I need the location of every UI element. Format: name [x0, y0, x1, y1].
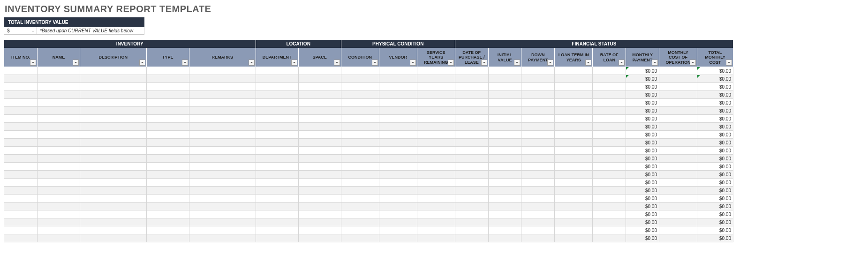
cell[interactable]: [189, 115, 256, 123]
cell[interactable]: [256, 155, 298, 163]
cell[interactable]: [189, 139, 256, 147]
cell[interactable]: [555, 99, 593, 107]
cell[interactable]: [298, 226, 341, 234]
cell[interactable]: [521, 147, 555, 155]
filter-dropdown-date[interactable]: [481, 60, 487, 66]
cell[interactable]: [37, 171, 80, 179]
cell[interactable]: [417, 131, 455, 139]
cell[interactable]: [593, 99, 626, 107]
cell[interactable]: $0.00: [626, 202, 659, 210]
filter-dropdown-mpay[interactable]: [652, 60, 658, 66]
cell[interactable]: $0.00: [626, 179, 659, 187]
cell[interactable]: $0.00: [697, 202, 733, 210]
cell[interactable]: [256, 115, 298, 123]
cell[interactable]: [189, 83, 256, 91]
filter-dropdown-downpay[interactable]: [547, 60, 553, 66]
cell[interactable]: [80, 218, 146, 226]
filter-dropdown-name[interactable]: [73, 60, 79, 66]
cell[interactable]: [37, 187, 80, 195]
cell[interactable]: $0.00: [626, 107, 659, 115]
cell[interactable]: [659, 155, 697, 163]
cell[interactable]: [298, 123, 341, 131]
cell[interactable]: $0.00: [697, 171, 733, 179]
cell[interactable]: [298, 131, 341, 139]
cell[interactable]: $0.00: [626, 155, 659, 163]
cell[interactable]: [341, 179, 379, 187]
cell[interactable]: [37, 210, 80, 218]
cell[interactable]: $0.00: [697, 139, 733, 147]
cell[interactable]: [146, 234, 189, 242]
cell[interactable]: [298, 202, 341, 210]
cell[interactable]: [341, 210, 379, 218]
cell[interactable]: [298, 115, 341, 123]
cell[interactable]: $0.00: [626, 210, 659, 218]
cell[interactable]: $0.00: [697, 75, 733, 83]
cell[interactable]: [37, 195, 80, 202]
cell[interactable]: [659, 131, 697, 139]
filter-dropdown-itemno[interactable]: [30, 60, 36, 66]
cell[interactable]: [521, 67, 555, 75]
cell[interactable]: [555, 234, 593, 242]
cell[interactable]: [521, 195, 555, 202]
cell[interactable]: [521, 187, 555, 195]
cell[interactable]: $0.00: [626, 75, 659, 83]
cell[interactable]: [256, 171, 298, 179]
filter-dropdown-svcyears[interactable]: [448, 60, 454, 66]
cell[interactable]: [593, 75, 626, 83]
cell[interactable]: $0.00: [697, 91, 733, 99]
cell[interactable]: [341, 226, 379, 234]
cell[interactable]: [189, 171, 256, 179]
cell[interactable]: [417, 155, 455, 163]
cell[interactable]: [298, 163, 341, 171]
cell[interactable]: [455, 234, 488, 242]
cell[interactable]: [4, 202, 38, 210]
cell[interactable]: [37, 123, 80, 131]
cell[interactable]: [37, 107, 80, 115]
cell[interactable]: [417, 218, 455, 226]
cell[interactable]: [37, 115, 80, 123]
cell[interactable]: [37, 75, 80, 83]
cell[interactable]: [4, 155, 38, 163]
cell[interactable]: [341, 147, 379, 155]
cell[interactable]: [80, 131, 146, 139]
cell[interactable]: [298, 234, 341, 242]
cell[interactable]: [256, 163, 298, 171]
filter-dropdown-condition[interactable]: [372, 60, 378, 66]
cell[interactable]: [488, 155, 521, 163]
cell[interactable]: [379, 147, 417, 155]
cell[interactable]: [521, 115, 555, 123]
cell[interactable]: [189, 91, 256, 99]
cell[interactable]: [146, 131, 189, 139]
cell[interactable]: [379, 75, 417, 83]
cell[interactable]: [256, 195, 298, 202]
cell[interactable]: [455, 202, 488, 210]
cell[interactable]: [488, 226, 521, 234]
cell[interactable]: [298, 179, 341, 187]
cell[interactable]: [298, 83, 341, 91]
cell[interactable]: [146, 107, 189, 115]
cell[interactable]: [555, 195, 593, 202]
cell[interactable]: $0.00: [697, 83, 733, 91]
cell[interactable]: [298, 195, 341, 202]
cell[interactable]: [488, 99, 521, 107]
cell[interactable]: [298, 147, 341, 155]
filter-dropdown-vendor[interactable]: [410, 60, 416, 66]
cell[interactable]: [189, 155, 256, 163]
cell[interactable]: [455, 123, 488, 131]
cell[interactable]: [341, 187, 379, 195]
cell[interactable]: [37, 91, 80, 99]
cell[interactable]: [341, 83, 379, 91]
cell[interactable]: [37, 202, 80, 210]
cell[interactable]: [379, 163, 417, 171]
cell[interactable]: [555, 218, 593, 226]
cell[interactable]: [379, 99, 417, 107]
cell[interactable]: [455, 147, 488, 155]
cell[interactable]: [555, 115, 593, 123]
cell[interactable]: [555, 75, 593, 83]
cell[interactable]: [593, 226, 626, 234]
filter-dropdown-total[interactable]: [726, 60, 732, 66]
cell[interactable]: [189, 107, 256, 115]
cell[interactable]: [189, 234, 256, 242]
cell[interactable]: [146, 123, 189, 131]
filter-dropdown-description[interactable]: [139, 60, 145, 66]
